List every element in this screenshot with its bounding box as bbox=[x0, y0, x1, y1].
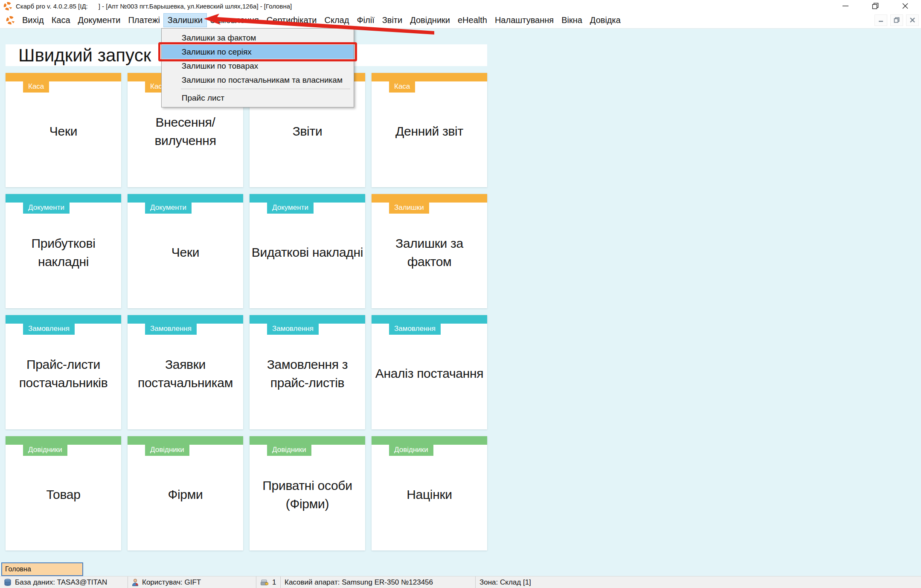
quick-launch-tile[interactable]: Каса Денний звіт bbox=[372, 73, 487, 187]
tile-label: Націнки bbox=[372, 441, 486, 548]
tile-label: Аналіз постачання bbox=[372, 320, 486, 427]
quick-launch-tile[interactable]: Документи Видаткові накладні bbox=[250, 194, 365, 308]
status-user: Користувач: GIFT bbox=[128, 576, 256, 588]
dropdown-separator bbox=[181, 89, 350, 89]
quick-launch-tile[interactable]: Замовлення Замовлення з прайс-листів bbox=[250, 315, 365, 429]
app-logo-icon bbox=[3, 2, 12, 11]
cash-register-icon bbox=[260, 579, 269, 586]
quick-launch-tile[interactable]: Замовлення Аналіз постачання bbox=[372, 315, 487, 429]
quick-launch-grid: Каса Чеки Каса Внесення/вилучення Каса З… bbox=[6, 73, 487, 550]
menu-item-zalyshky-label: Залишки bbox=[168, 15, 203, 25]
tile-label: Чеки bbox=[128, 199, 242, 306]
app-window: Скарб pro v. 4.0.2.85 [ІД: ] - [Апт №003… bbox=[0, 0, 921, 588]
dropdown-item-zalyshky-za-faktom[interactable]: Залишки за фактом bbox=[162, 31, 354, 45]
zalyshky-dropdown-menu: Залишки за фактом Залишки по серіях Зали… bbox=[161, 28, 354, 107]
dropdown-item-label: Залишки по серіях bbox=[182, 47, 252, 56]
main-content: Швидкий запуск Каса Чеки Каса Внесення/в… bbox=[0, 29, 921, 576]
tile-label: Фірми bbox=[128, 441, 242, 548]
mdi-close-button[interactable] bbox=[906, 14, 919, 26]
status-register-count-text: 1 bbox=[272, 578, 276, 587]
menu-bar: Вихід Каса Документи Платежі Залишки Зал… bbox=[0, 12, 921, 29]
quick-launch-tile[interactable]: Замовлення Заявки постачальникам bbox=[128, 315, 243, 429]
user-icon bbox=[132, 579, 139, 586]
tile-label: Приватні особи (Фірми) bbox=[250, 441, 364, 548]
tile-label: Видаткові накладні bbox=[250, 199, 364, 306]
child-window-icon bbox=[6, 16, 15, 25]
quick-launch-tile[interactable]: Залишки Залишки за фактом bbox=[372, 194, 487, 308]
status-user-text: Користувач: GIFT bbox=[142, 578, 201, 587]
quick-launch-tile[interactable]: Довідники Фірми bbox=[128, 436, 243, 550]
mdi-restore-button[interactable] bbox=[890, 14, 903, 26]
title-bar: Скарб pro v. 4.0.2.85 [ІД: ] - [Апт №003… bbox=[0, 0, 921, 12]
window-title: Скарб pro v. 4.0.2.85 [ІД: ] - [Апт №003… bbox=[16, 3, 292, 10]
status-cash-register: Касовий апарат: Samsung ER-350 №123456 bbox=[281, 576, 476, 588]
status-zone: Зона: Склад [1] bbox=[476, 576, 921, 588]
tile-label: Чеки bbox=[6, 78, 120, 185]
menu-item-nalashtuvannya[interactable]: Налаштування bbox=[491, 14, 558, 27]
status-bar: База даних: TASA3@TITAN Користувач: GIFT… bbox=[0, 576, 921, 588]
page-title: Швидкий запуск bbox=[18, 45, 151, 66]
tile-label: Прибуткові накладні bbox=[6, 199, 120, 306]
quick-launch-tile[interactable]: Документи Чеки bbox=[128, 194, 243, 308]
quick-launch-tile[interactable]: Довідники Товар bbox=[6, 436, 121, 550]
quick-launch-tile[interactable]: Довідники Націнки bbox=[372, 436, 487, 550]
menu-item-sklad[interactable]: Склад bbox=[321, 14, 353, 27]
menu-item-zamovlennya[interactable]: Замовлення bbox=[206, 14, 263, 27]
menu-item-vyhid[interactable]: Вихід bbox=[18, 14, 48, 27]
mdi-minimize-button[interactable] bbox=[875, 14, 887, 26]
status-cash-register-text: Касовий апарат: Samsung ER-350 №123456 bbox=[285, 578, 433, 587]
tile-label: Товар bbox=[6, 441, 120, 548]
tile-label: Прайс-листи постачальників bbox=[6, 320, 120, 427]
menu-item-kasa[interactable]: Каса bbox=[48, 14, 74, 27]
menu-item-filii[interactable]: Філії bbox=[353, 14, 378, 27]
menu-item-dovidnyky[interactable]: Довідники bbox=[406, 14, 454, 27]
dropdown-item-price-list[interactable]: Прайс лист bbox=[162, 91, 354, 105]
menu-item-dokumenty[interactable]: Документи bbox=[74, 14, 125, 27]
menu-item-sertyfikaty[interactable]: Сертифікати bbox=[263, 14, 321, 27]
menu-item-ehealth[interactable]: eHealth bbox=[454, 14, 491, 27]
menu-item-platezhi[interactable]: Платежі bbox=[124, 14, 163, 27]
tile-label: Денний звіт bbox=[372, 78, 486, 185]
dropdown-item-zalyshky-po-seriyah[interactable]: Залишки по серіях bbox=[162, 45, 354, 59]
quick-launch-tile[interactable]: Довідники Приватні особи (Фірми) bbox=[250, 436, 365, 550]
quick-launch-tile[interactable]: Замовлення Прайс-листи постачальників bbox=[6, 315, 121, 429]
quick-launch-tile[interactable]: Каса Чеки bbox=[6, 73, 121, 187]
tab-holovna-label: Головна bbox=[5, 565, 31, 573]
minimize-button[interactable] bbox=[839, 1, 852, 11]
dropdown-item-zalyshky-po-postachalnykam[interactable]: Залишки по постачальникам та власникам bbox=[162, 73, 354, 87]
tile-label: Замовлення з прайс-листів bbox=[250, 320, 364, 427]
status-register-count: 1 bbox=[256, 576, 281, 588]
menu-item-dovidka[interactable]: Довідка bbox=[586, 14, 625, 27]
quick-launch-tile[interactable]: Документи Прибуткові накладні bbox=[6, 194, 121, 308]
menu-item-vikna[interactable]: Вікна bbox=[558, 14, 586, 27]
status-zone-text: Зона: Склад [1] bbox=[479, 578, 531, 587]
close-button[interactable] bbox=[899, 1, 912, 11]
menu-item-zalyshky[interactable]: Залишки Залишки за фактом Залишки по сер… bbox=[164, 14, 206, 27]
dropdown-item-zalyshky-po-tovarah[interactable]: Залишки по товарах bbox=[162, 59, 354, 73]
tab-holovna[interactable]: Головна bbox=[1, 562, 83, 576]
tile-label: Заявки постачальникам bbox=[128, 320, 242, 427]
database-icon bbox=[4, 579, 12, 586]
window-controls bbox=[839, 1, 921, 11]
status-database-text: База даних: TASA3@TITAN bbox=[15, 578, 107, 587]
menu-item-zvity[interactable]: Звіти bbox=[378, 14, 406, 27]
mdi-window-controls bbox=[875, 14, 921, 26]
restore-button[interactable] bbox=[869, 1, 882, 11]
tile-label: Залишки за фактом bbox=[372, 199, 486, 306]
status-database: База даних: TASA3@TITAN bbox=[0, 576, 128, 588]
